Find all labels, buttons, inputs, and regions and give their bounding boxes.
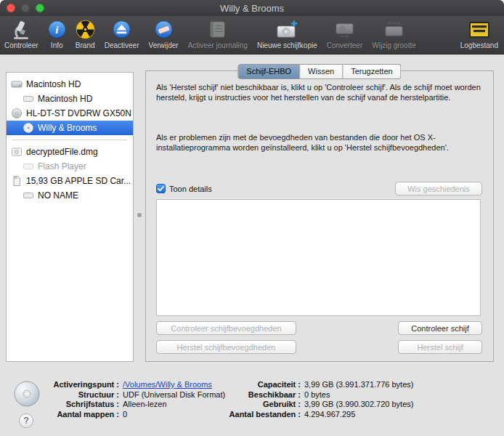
sidebar-item-sd-card[interactable]: 15,93 GB APPLE SD Car... xyxy=(7,174,133,188)
info-row-mount-point: Activeringspunt : /Volumes/Willy & Broom… xyxy=(26,380,225,390)
journal-icon xyxy=(209,18,226,41)
show-details-row: Toon details xyxy=(156,184,212,193)
toolbar-button-brand[interactable]: Brand xyxy=(76,18,95,49)
info-row-file-count: Aantal bestanden : 4.294.967.295 xyxy=(215,410,413,420)
info-value: UDF (Universal Disk Format) xyxy=(123,390,225,400)
toolbar-label: Deactiveer xyxy=(105,41,139,49)
splitter-handle[interactable] xyxy=(137,213,142,217)
info-value: 3,99 GB (3.991.371.776 bytes) xyxy=(304,380,413,390)
disk-image-icon xyxy=(11,146,23,158)
info-label: Beschikbaar : xyxy=(215,390,301,400)
resize-icon xyxy=(384,18,404,41)
sidebar-item-optical-drive[interactable]: HL-DT-ST DVDRW GX50N xyxy=(7,106,133,121)
info-label: Gebruikt : xyxy=(215,400,301,410)
sidebar-item-decryptedfile-dmg[interactable]: decryptedFile.dmg xyxy=(7,145,133,159)
svg-text:i: i xyxy=(55,23,59,36)
toolbar-button-wijzig-grootte[interactable]: Wijzig grootte xyxy=(372,18,416,49)
volume-icon xyxy=(23,190,34,201)
optical-drive-icon xyxy=(11,108,23,119)
tab-bar: Schijf-EHBO Wissen Terugzetten xyxy=(237,64,401,79)
info-row-capacity: Capaciteit : 3,99 GB (3.991.371.776 byte… xyxy=(215,380,413,390)
main-panel: Schijf-EHBO Wissen Terugzetten Als 'Hers… xyxy=(145,70,494,362)
toon-details-label: Toon details xyxy=(169,185,212,193)
info-value: 0 bytes xyxy=(304,390,330,400)
tab-schijf-ehbo[interactable]: Schijf-EHBO xyxy=(237,64,300,79)
sidebar-item-flash-player[interactable]: Flash Player xyxy=(7,159,133,174)
info-column-left: Activeringspunt : /Volumes/Willy & Broom… xyxy=(26,380,225,419)
internal-drive-icon xyxy=(11,78,23,90)
info-footer: ? Activeringspunt : /Volumes/Willy & Bro… xyxy=(0,376,504,436)
toolbar-label: Brand xyxy=(76,41,95,49)
sidebar-item-label: HL-DT-ST DVDRW GX50N xyxy=(26,108,131,118)
info-label: Activeringspunt : xyxy=(26,380,119,390)
toolbar-button-info[interactable]: i Info xyxy=(48,18,66,49)
sidebar-item-label: Macintosh HD xyxy=(26,79,81,89)
toolbar-label: Converteer xyxy=(327,41,362,49)
microscope-icon xyxy=(12,18,31,41)
titlebar: Willy & Brooms xyxy=(0,0,504,16)
info-row-folder-count: Aantal mappen : 0 xyxy=(26,410,225,420)
eject-icon xyxy=(113,18,131,41)
sidebar-item-macintosh-hd-volume[interactable]: Macintosh HD xyxy=(7,92,133,106)
info-value: 3,99 GB (3.990.302.720 bytes) xyxy=(304,400,413,410)
disc-icon xyxy=(23,122,34,134)
sidebar-item-label: NO NAME xyxy=(38,190,78,201)
info-icon: i xyxy=(48,18,66,41)
window-title: Willy & Brooms xyxy=(0,3,504,14)
info-label: Aantal bestanden : xyxy=(215,410,301,420)
convert-icon xyxy=(335,18,354,41)
info-label: Capaciteit : xyxy=(215,380,301,390)
controleer-schijf-button[interactable]: Controleer schijf xyxy=(398,321,482,335)
toolbar-label: Nieuwe schijfkopie xyxy=(257,41,317,49)
toolbar-button-nieuwe-schijfkopie[interactable]: Nieuwe schijfkopie xyxy=(257,18,317,49)
toolbar-button-controleer[interactable]: Controleer xyxy=(4,18,38,49)
info-value: 0 xyxy=(123,410,127,420)
sidebar-item-no-name[interactable]: NO NAME xyxy=(7,188,133,203)
info-label: Structuur : xyxy=(26,390,119,400)
sd-card-icon xyxy=(11,175,23,187)
info-row-available: Beschikbaar : 0 bytes xyxy=(215,390,413,400)
toolbar-button-logbestand[interactable]: Logbestand xyxy=(460,18,498,49)
toolbar-button-verwijder[interactable]: Verwijder xyxy=(149,18,179,49)
toolbar-label: Logbestand xyxy=(460,41,498,49)
toolbar-label: Activeer journaling xyxy=(188,41,248,49)
erase-icon xyxy=(155,18,173,41)
sidebar-item-willy-brooms[interactable]: Willy & Brooms xyxy=(7,121,133,135)
checkmark-icon xyxy=(157,185,165,193)
info-column-right: Capaciteit : 3,99 GB (3.991.371.776 byte… xyxy=(215,380,413,419)
info-label: Schrijfstatus : xyxy=(26,400,119,410)
tab-terugzetten[interactable]: Terugzetten xyxy=(343,64,401,79)
info-value: 4.294.967.295 xyxy=(304,410,355,420)
info-label: Aantal mappen : xyxy=(26,410,119,420)
sidebar-item-label: decryptedFile.dmg xyxy=(26,147,98,157)
tab-wissen[interactable]: Wissen xyxy=(300,64,343,79)
burn-icon xyxy=(76,18,95,41)
toolbar: Controleer i Info xyxy=(0,16,504,54)
first-aid-paragraph-1: Als 'Herstel schijf' niet beschikbaar is… xyxy=(156,82,483,102)
toolbar-button-activeer-journaling[interactable]: Activeer journaling xyxy=(188,18,248,49)
controleer-schijfbevoegdheden-button[interactable]: Controleer schijfbevoegdheden xyxy=(156,321,296,335)
toolbar-label: Info xyxy=(51,41,63,49)
volume-icon xyxy=(23,161,34,172)
herstel-schijf-button[interactable]: Herstel schijf xyxy=(398,340,482,354)
info-value: Alleen-lezen xyxy=(123,400,167,410)
toon-details-checkbox[interactable] xyxy=(156,184,166,193)
sidebar-item-label: Macintosh HD xyxy=(38,94,92,104)
volume-icon xyxy=(23,93,34,105)
toolbar-button-deactiveer[interactable]: Deactiveer xyxy=(105,18,139,49)
herstel-schijfbevoegdheden-button[interactable]: Herstel schijfbevoegdheden xyxy=(156,340,296,354)
first-aid-paragraph-2: Als er problemen zijn met de bevoegdhede… xyxy=(156,132,483,153)
sidebar-separator xyxy=(12,140,127,140)
info-row-used: Gebruikt : 3,99 GB (3.990.302.720 bytes) xyxy=(215,400,413,410)
info-row-format: Structuur : UDF (Universal Disk Format) xyxy=(26,390,225,400)
wis-geschiedenis-button[interactable]: Wis geschiedenis xyxy=(395,182,482,195)
mount-point-link[interactable]: /Volumes/Willy & Brooms xyxy=(123,380,212,390)
sidebar-item-label: 15,93 GB APPLE SD Car... xyxy=(26,176,131,186)
first-aid-output-area xyxy=(156,199,481,316)
info-row-write-status: Schrijfstatus : Alleen-lezen xyxy=(26,400,225,410)
disk-utility-window: Willy & Brooms Controleer i Info xyxy=(0,0,504,436)
sidebar-item-label: Flash Player xyxy=(38,161,86,171)
toolbar-button-converteer[interactable]: Converteer xyxy=(327,18,362,49)
sidebar-item-macintosh-hd-disk[interactable]: Macintosh HD xyxy=(7,77,133,92)
toolbar-label: Controleer xyxy=(4,41,38,49)
